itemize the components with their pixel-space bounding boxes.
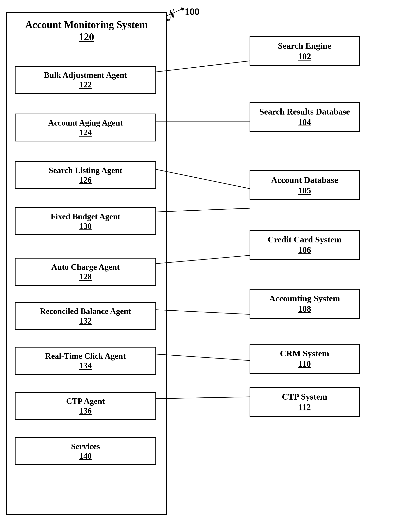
accounting-system-name: Accounting System <box>250 289 359 304</box>
real-time-click-agent: Real-Time Click Agent 134 <box>15 347 156 375</box>
search-listing-name: Search Listing Agent <box>16 162 156 175</box>
auto-charge-agent: Auto Charge Agent 128 <box>15 258 156 286</box>
reconciled-balance-name: Reconciled Balance Agent <box>16 303 156 316</box>
real-time-click-name: Real-Time Click Agent <box>16 347 156 361</box>
search-engine-box: Search Engine 102 <box>249 36 360 66</box>
left-panel: Account Monitoring System 120 Bulk Adjus… <box>6 12 167 515</box>
auto-charge-name: Auto Charge Agent <box>16 258 156 272</box>
ref-number: 100 <box>185 6 199 17</box>
bulk-adjustment-name: Bulk Adjustment Agent <box>16 67 156 80</box>
fixed-budget-num: 130 <box>16 221 156 234</box>
search-results-name: Search Results Database <box>250 103 359 117</box>
account-aging-num: 124 <box>16 128 156 141</box>
diagram: 100 𝒩 Account Monitoring System 120 Bulk… <box>0 0 394 532</box>
ctp-agent: CTP Agent 136 <box>15 392 156 420</box>
search-engine-name: Search Engine <box>250 37 359 51</box>
accounting-system-num: 108 <box>250 304 359 318</box>
account-monitoring-title: Account Monitoring System <box>11 19 162 31</box>
account-database-num: 105 <box>250 186 359 199</box>
ctp-system-num: 112 <box>250 402 359 416</box>
credit-card-system-box: Credit Card System 106 <box>249 230 360 260</box>
account-database-box: Account Database 105 <box>249 170 360 200</box>
account-monitoring-num: 120 <box>11 31 162 43</box>
ctp-agent-num: 136 <box>16 406 156 419</box>
ctp-system-box: CTP System 112 <box>249 387 360 417</box>
search-listing-agent: Search Listing Agent 126 <box>15 161 156 189</box>
accounting-system-box: Accounting System 108 <box>249 289 360 319</box>
svg-marker-1 <box>181 7 185 11</box>
fixed-budget-agent: Fixed Budget Agent 130 <box>15 207 156 235</box>
services-num: 140 <box>16 451 156 464</box>
reconciled-balance-num: 132 <box>16 316 156 329</box>
reconciled-balance-agent: Reconciled Balance Agent 132 <box>15 302 156 330</box>
crm-system-name: CRM System <box>250 345 359 359</box>
ctp-agent-name: CTP Agent <box>16 393 156 406</box>
auto-charge-num: 128 <box>16 272 156 285</box>
search-engine-num: 102 <box>250 51 359 65</box>
real-time-click-num: 134 <box>16 361 156 374</box>
credit-card-num: 106 <box>250 245 359 259</box>
account-aging-agent: Account Aging Agent 124 <box>15 114 156 141</box>
left-panel-title: Account Monitoring System 120 <box>7 13 166 45</box>
account-database-name: Account Database <box>250 171 359 186</box>
search-results-num: 104 <box>250 117 359 131</box>
crm-system-num: 110 <box>250 359 359 373</box>
search-results-db-box: Search Results Database 104 <box>249 102 360 132</box>
crm-system-box: CRM System 110 <box>249 344 360 374</box>
services-name: Services <box>16 438 156 451</box>
account-aging-name: Account Aging Agent <box>16 114 156 128</box>
fixed-budget-name: Fixed Budget Agent <box>16 208 156 221</box>
bulk-adjustment-agent: Bulk Adjustment Agent 122 <box>15 66 156 94</box>
bulk-adjustment-num: 122 <box>16 80 156 93</box>
credit-card-name: Credit Card System <box>250 231 359 245</box>
search-listing-num: 126 <box>16 175 156 188</box>
services-agent: Services 140 <box>15 437 156 465</box>
ctp-system-name: CTP System <box>250 388 359 402</box>
